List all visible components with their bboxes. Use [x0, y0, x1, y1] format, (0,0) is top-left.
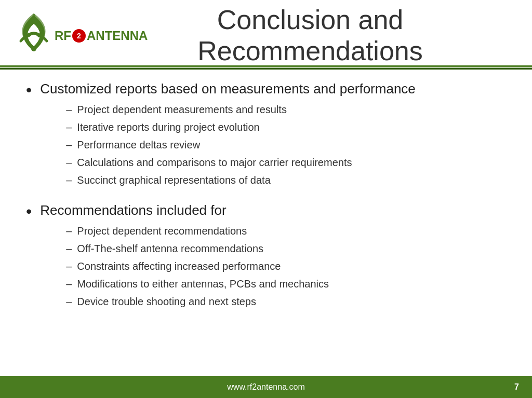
- sub-item-text: Device trouble shooting and next steps: [77, 294, 256, 309]
- sub-item-text: Iterative reports during project evoluti…: [77, 120, 259, 134]
- sub-item-text: Succinct graphical representations of da…: [77, 173, 270, 187]
- sub-item-text: Project dependent measurements and resul…: [77, 102, 287, 117]
- list-item: – Device trouble shooting and next steps: [66, 294, 329, 309]
- list-item: – Off-The-shelf antenna recommendations: [66, 241, 329, 256]
- sub-item-text: Performance deltas review: [77, 138, 200, 152]
- content-area: • Customized reports based on measuremen…: [0, 67, 532, 376]
- bullet-item-2: • Recommendations included for – Project…: [26, 202, 506, 314]
- slide-title: Conclusion and Recommendations: [114, 5, 506, 67]
- bullet-item-1: • Customized reports based on measuremen…: [26, 80, 506, 193]
- sub-dash: –: [66, 224, 72, 238]
- sub-dash: –: [66, 120, 72, 134]
- bullet-dot-1: •: [26, 81, 32, 98]
- bullet-1-sublist: – Project dependent measurements and res…: [66, 102, 416, 187]
- logo-icon: [10, 12, 57, 59]
- footer: www.rf2antenna.com 7: [0, 376, 532, 398]
- svg-point-0: [31, 46, 36, 51]
- sub-item-text: Off-The-shelf antenna recommendations: [77, 241, 263, 256]
- logo-number-badge: 2: [72, 29, 86, 43]
- sub-dash: –: [66, 138, 72, 152]
- sub-dash: –: [66, 277, 72, 291]
- bullet-1-text: Customized reports based on measurements…: [40, 81, 416, 97]
- sub-dash: –: [66, 294, 72, 309]
- sub-dash: –: [66, 241, 72, 256]
- bullet-dot-2: •: [26, 203, 32, 219]
- sub-dash: –: [66, 155, 72, 170]
- footer-page-number: 7: [514, 382, 519, 392]
- logo-area: RF 2 ANTENNA: [10, 12, 114, 59]
- sub-item-text: Constraints affecting increased performa…: [77, 259, 281, 273]
- sub-dash: –: [66, 259, 72, 273]
- list-item: – Modifications to either antennas, PCBs…: [66, 277, 329, 291]
- sub-item-text: Modifications to either antennas, PCBs a…: [77, 277, 329, 291]
- sub-dash: –: [66, 102, 72, 117]
- bullet-2-sublist: – Project dependent recommendations – Of…: [66, 224, 329, 309]
- sub-dash: –: [66, 173, 72, 187]
- footer-url: www.rf2antenna.com: [16, 382, 516, 392]
- sub-item-text: Calculations and comparisons to major ca…: [77, 155, 352, 170]
- list-item: – Project dependent recommendations: [66, 224, 329, 238]
- list-item: – Project dependent measurements and res…: [66, 102, 416, 117]
- list-item: – Constraints affecting increased perfor…: [66, 259, 329, 273]
- list-item: – Iterative reports during project evolu…: [66, 120, 416, 134]
- header: RF 2 ANTENNA Conclusion and Recommendati…: [0, 0, 532, 67]
- list-item: – Performance deltas review: [66, 138, 416, 152]
- bullet-2-text: Recommendations included for: [40, 202, 226, 218]
- list-item: – Calculations and comparisons to major …: [66, 155, 416, 170]
- sub-item-text: Project dependent recommendations: [77, 224, 247, 238]
- list-item: – Succinct graphical representations of …: [66, 173, 416, 187]
- title-area: Conclusion and Recommendations: [114, 5, 516, 67]
